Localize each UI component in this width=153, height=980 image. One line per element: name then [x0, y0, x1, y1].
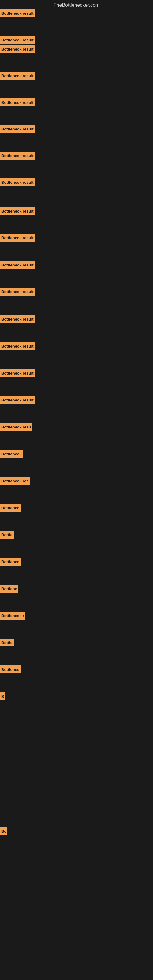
bottleneck-item: Bottleneck result — [0, 234, 35, 242]
bottleneck-item: Bottle — [0, 638, 14, 646]
bottleneck-label: B — [1, 694, 4, 699]
bottleneck-item: Bottleneck result — [0, 45, 35, 53]
bottleneck-label: Bottleneck result — [1, 398, 33, 402]
bottleneck-label: Bottleneck result — [1, 100, 33, 105]
bottleneck-item: Bottleneck result — [0, 72, 35, 80]
bottleneck-item: Bo — [0, 827, 7, 835]
bottleneck-item: Bottleneck result — [0, 261, 35, 269]
bottleneck-label: Bottleneck result — [1, 209, 33, 213]
bottleneck-item: Bottlenec — [0, 665, 21, 673]
bottleneck-item: Bottleneck result — [0, 151, 35, 159]
bottleneck-item: Bottleneck r — [0, 612, 26, 620]
bottleneck-label: Bottleneck result — [1, 153, 33, 158]
bottleneck-item: Bottlenec — [0, 558, 21, 566]
bottleneck-item: Bottleneck result — [0, 369, 35, 377]
bottleneck-label: Bottleneck res — [1, 479, 29, 483]
bottleneck-label: Bottleneck resu — [1, 425, 31, 430]
bottleneck-item: Bottleneck — [0, 450, 22, 458]
bottleneck-item: B — [0, 692, 5, 700]
bottleneck-label: Bottleneck result — [1, 235, 33, 240]
bottleneck-label: Bottleneck result — [1, 73, 33, 78]
bottleneck-item: Bottleneck result — [0, 9, 35, 17]
bottleneck-label: Bottlene — [1, 587, 17, 591]
bottleneck-label: Bottleneck result — [1, 344, 33, 348]
bottleneck-item: Bottleneck result — [0, 396, 35, 404]
bottleneck-item: Bottleneck result — [0, 178, 35, 186]
bottleneck-label: Bottleneck result — [1, 180, 33, 185]
bottleneck-label: Bottleneck result — [1, 371, 33, 375]
bottleneck-item: Bottleneck res — [0, 477, 30, 485]
bottleneck-label: Bottleneck result — [1, 290, 33, 294]
bottleneck-label: Bottleneck — [1, 452, 21, 456]
bottleneck-label: Bottleneck result — [1, 317, 33, 321]
bottleneck-item: Bottleneck result — [0, 342, 35, 350]
bottleneck-label: Bottle — [1, 640, 13, 645]
bottleneck-item: Bottleneck resu — [0, 423, 32, 431]
bottleneck-item: Bottleneck result — [0, 315, 35, 323]
bottleneck-item: Bottlene — [0, 585, 18, 593]
bottleneck-label: Bottleneck r — [1, 613, 24, 618]
bottleneck-item: Bottleneck result — [0, 125, 35, 133]
bottleneck-item: Bottleneck result — [0, 207, 35, 215]
bottleneck-label: Bottleneck result — [1, 11, 33, 16]
bottleneck-item: Bottleneck result — [0, 36, 35, 44]
bottleneck-label: Bottlenec — [1, 667, 19, 672]
bottleneck-label: Bottleneck result — [1, 263, 33, 267]
bottleneck-label: Bottlenec — [1, 506, 19, 510]
bottleneck-item: Bottleneck result — [0, 98, 35, 106]
bottleneck-label: Bottlenec — [1, 560, 19, 564]
bottleneck-label: Bottleneck result — [1, 38, 33, 42]
bottleneck-item: Bottleneck result — [0, 288, 35, 296]
bottleneck-label: Bo — [1, 829, 6, 834]
bottleneck-label: Bottleneck result — [1, 47, 33, 51]
bottleneck-label: Bottle — [1, 533, 13, 537]
bottleneck-label: Bottleneck result — [1, 127, 33, 131]
bottleneck-item: Bottlenec — [0, 504, 21, 512]
bottleneck-item: Bottle — [0, 531, 14, 539]
